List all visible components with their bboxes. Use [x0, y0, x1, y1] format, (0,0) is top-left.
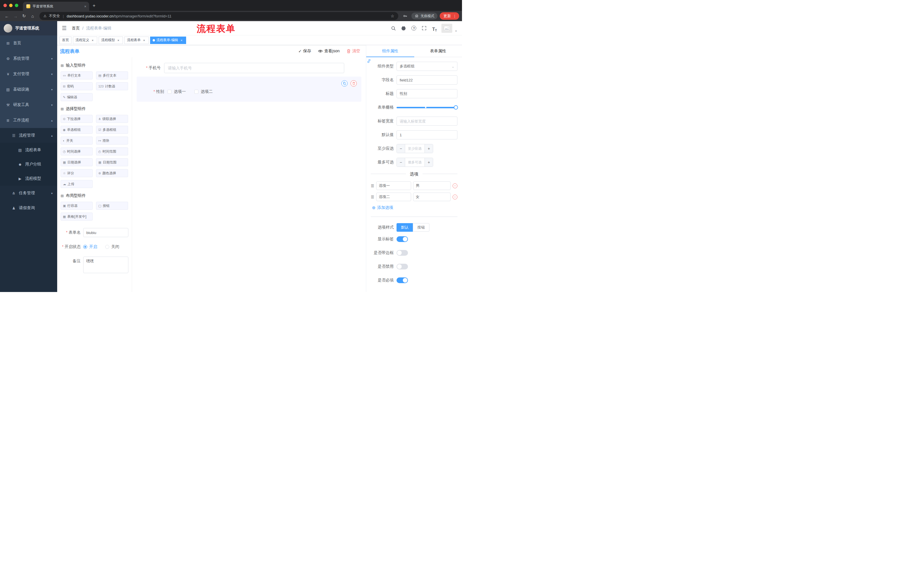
increase-icon[interactable]: +	[424, 144, 433, 153]
avatar-caret-icon[interactable]: ⌄	[455, 28, 457, 33]
palette-item-radio-group[interactable]: ◉单选框组	[61, 126, 92, 134]
max-select-placeholder[interactable]: 最多可选	[405, 158, 424, 166]
palette-item-button[interactable]: ▢按钮	[96, 202, 128, 210]
tab-component-properties[interactable]: 组件属性	[366, 45, 414, 57]
option2-value-input[interactable]	[413, 192, 450, 201]
palette-item-slider[interactable]: ↦滑块	[96, 137, 128, 145]
palette-item-rate[interactable]: ☆评分	[61, 169, 92, 177]
palette-item-table[interactable]: ▦表格[开发中]	[61, 212, 92, 220]
status-radio-on[interactable]: 开启	[83, 244, 97, 249]
tag-close-icon[interactable]: ×	[180, 38, 183, 42]
help-icon[interactable]: ?	[411, 25, 417, 32]
palette-item-date-picker[interactable]: ▦日期选择	[61, 158, 92, 166]
delete-field-icon[interactable]	[350, 80, 357, 87]
form-remark-textarea[interactable]: 嘿嘿	[83, 257, 129, 273]
field-name-input[interactable]	[396, 76, 457, 85]
default-value-input[interactable]	[396, 130, 457, 140]
sidebar-item-system-management[interactable]: ⚙ 系统管理 ▾	[0, 51, 57, 66]
drag-handle-icon[interactable]: ☰	[371, 184, 374, 188]
phone-input[interactable]	[164, 63, 344, 73]
password-key-icon[interactable]	[401, 12, 409, 20]
back-icon[interactable]: ←	[3, 12, 11, 20]
hamburger-icon[interactable]: ☰	[62, 25, 67, 31]
increase-icon[interactable]: +	[424, 158, 433, 166]
link-icon[interactable]	[367, 59, 371, 63]
palette-item-date-range[interactable]: ▦日期范围	[96, 158, 128, 166]
drag-handle-icon[interactable]: ☰	[371, 195, 374, 199]
sidebar-item-process-form[interactable]: ▤ 流程表单	[0, 143, 57, 157]
disabled-toggle[interactable]	[396, 264, 408, 270]
window-close-button[interactable]	[3, 4, 7, 7]
option1-label-input[interactable]	[376, 181, 411, 190]
palette-item-cascader[interactable]: ⋔级联选择	[96, 115, 128, 123]
new-tab-button[interactable]: +	[92, 3, 96, 8]
with-border-toggle[interactable]	[396, 250, 408, 256]
palette-item-select[interactable]: ⊙下拉选择	[61, 115, 92, 123]
label-width-input[interactable]	[396, 117, 457, 126]
search-icon[interactable]	[390, 25, 397, 32]
palette-item-multi-line-text[interactable]: ▤多行文本	[96, 71, 128, 79]
option2-label-input[interactable]	[376, 192, 411, 201]
min-select-placeholder[interactable]: 至少应选	[405, 144, 424, 153]
reload-icon[interactable]: ↻	[20, 12, 28, 20]
canvas-field-gender-selected[interactable]: 性别 选项一 选项二	[137, 77, 361, 102]
palette-item-upload[interactable]: ☁上传	[61, 180, 92, 188]
palette-item-editor[interactable]: ✎编辑器	[61, 93, 92, 101]
canvas-field-phone[interactable]: 手机号	[137, 63, 361, 73]
tag-process-form-edit[interactable]: 流程表单-编辑 ×	[150, 36, 186, 44]
palette-item-single-line-text[interactable]: ▭单行文本	[61, 71, 92, 79]
sidebar-item-payment-management[interactable]: ¥ 支付管理 ▾	[0, 66, 57, 82]
palette-item-checkbox-group[interactable]: ☑多选框组	[96, 126, 128, 134]
breadcrumb-home[interactable]: 首页	[72, 26, 80, 31]
sidebar-item-leave-query[interactable]: ♟ 请假查询	[0, 201, 57, 216]
status-radio-off[interactable]: 关闭	[105, 244, 119, 249]
tag-process-definition[interactable]: 流程定义 ×	[73, 36, 97, 44]
style-button-button[interactable]: 按钮	[413, 223, 429, 232]
component-type-select[interactable]: 多选框组 ⌄	[396, 62, 457, 71]
palette-item-time-range[interactable]: ◴时间范围	[96, 147, 128, 155]
bookmark-star-icon[interactable]: ☆	[391, 14, 394, 18]
sidebar-item-workflow[interactable]: ≣ 工作流程 ▴	[0, 113, 57, 128]
tab-close-icon[interactable]: ×	[84, 4, 87, 8]
save-button[interactable]: ✓ 保存	[299, 49, 311, 54]
browser-menu-icon[interactable]: ⋮	[453, 14, 457, 18]
copy-field-icon[interactable]	[342, 80, 348, 87]
sidebar-item-user-group[interactable]: ☻ 用户分组	[0, 157, 57, 171]
user-avatar[interactable]	[441, 24, 452, 33]
sidebar-item-infrastructure[interactable]: ▤ 基础设施 ▾	[0, 82, 57, 97]
palette-item-time-picker[interactable]: ◷时间选择	[61, 147, 92, 155]
tag-close-icon[interactable]: ×	[142, 38, 146, 42]
sidebar-item-dev-tools[interactable]: ⚒ 研发工具 ▾	[0, 97, 57, 113]
tag-home[interactable]: 首页	[59, 36, 71, 44]
remove-option-icon[interactable]: −	[452, 194, 457, 199]
form-name-input[interactable]	[83, 228, 129, 237]
gender-checkbox-option2[interactable]: 选项二	[195, 89, 213, 94]
view-json-button[interactable]: 查看json	[318, 49, 340, 54]
tab-form-properties[interactable]: 表单属性	[414, 45, 462, 57]
address-bar[interactable]: ⚠ 不安全 | dashboard.yudao.iocoder.cn/bpm/m…	[40, 12, 398, 20]
font-size-icon[interactable]: TT	[431, 25, 438, 32]
slider-handle[interactable]	[454, 105, 458, 110]
tag-process-form[interactable]: 流程表单 ×	[124, 36, 148, 44]
decrease-icon[interactable]: −	[397, 158, 405, 166]
palette-item-switch[interactable]: ◐开关	[61, 137, 92, 145]
sidebar-item-process-management[interactable]: ☰ 流程管理 ▴	[0, 128, 57, 143]
tag-close-icon[interactable]: ×	[116, 38, 120, 42]
browser-update-button[interactable]: 更新 ⋮	[440, 12, 459, 20]
tag-process-model[interactable]: 流程模型 ×	[99, 36, 123, 44]
show-label-toggle[interactable]	[396, 236, 408, 242]
palette-item-counter[interactable]: 123计数器	[96, 82, 128, 90]
browser-tab[interactable]: 芋道管理系统 ×	[23, 2, 89, 11]
required-toggle[interactable]	[396, 277, 408, 283]
remove-option-icon[interactable]: −	[452, 183, 457, 188]
grid-slider[interactable]	[396, 103, 457, 112]
fullscreen-icon[interactable]	[421, 25, 428, 32]
decrease-icon[interactable]: −	[397, 144, 405, 153]
option1-value-input[interactable]	[413, 181, 450, 190]
tag-close-icon[interactable]: ×	[91, 38, 95, 42]
github-icon[interactable]	[400, 25, 407, 32]
clear-button[interactable]: 清空	[346, 49, 360, 54]
home-icon[interactable]: ⌂	[29, 12, 36, 20]
sidebar-item-process-model[interactable]: ▶ 流程模型	[0, 171, 57, 186]
style-default-button[interactable]: 默认	[396, 223, 413, 232]
